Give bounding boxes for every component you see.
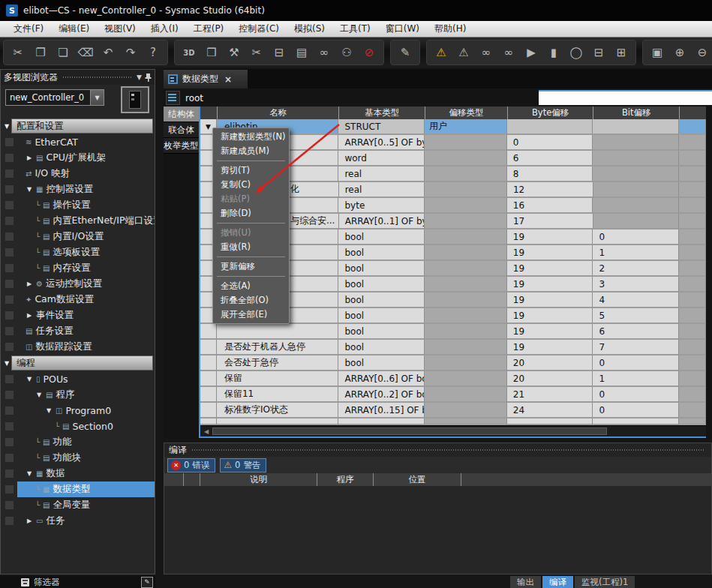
bit-offset-cell[interactable]: 1: [593, 371, 679, 387]
menu-item-0[interactable]: 文件(F): [8, 21, 53, 37]
menu-item-5[interactable]: 控制器(C): [233, 21, 288, 37]
sidebar-item-motion-control-setup[interactable]: ▶⚙运动控制设置: [1, 276, 155, 292]
menu-item-8[interactable]: 窗口(W): [380, 21, 428, 37]
extra-cell[interactable]: [679, 261, 706, 277]
sidebar-item-function-blocks[interactable]: └▤功能块: [1, 450, 155, 466]
bit-offset-cell[interactable]: 2: [593, 261, 679, 277]
bit-offset-cell[interactable]: 1: [593, 245, 679, 261]
sidebar-item-operation-settings[interactable]: └▤操作设置: [1, 197, 155, 213]
zoom-out-icon[interactable]: ⊖: [692, 43, 712, 62]
base-type-cell[interactable]: ARRAY[0..1] OF byte: [339, 214, 425, 230]
sidebar-item-cam-data-settings[interactable]: ✦Cam数据设置: [1, 292, 155, 308]
expand-icon[interactable]: ▼: [35, 392, 43, 398]
menu-item-7[interactable]: 工具(T): [334, 21, 380, 37]
category-tab-1[interactable]: 联合体: [164, 122, 199, 138]
extra-cell[interactable]: [679, 292, 706, 308]
extra-cell[interactable]: [679, 371, 706, 387]
run-icon[interactable]: ▶: [521, 43, 541, 62]
tree-section-programming[interactable]: ▼编程: [1, 356, 155, 370]
filter-edit-icon[interactable]: ✎: [141, 577, 153, 588]
sidebar-item-controller-setup[interactable]: ▼▦控制器设置: [1, 182, 155, 197]
offset-type-cell[interactable]: [425, 230, 507, 245]
scroll-left-icon[interactable]: ◀: [200, 427, 212, 436]
extra-cell[interactable]: [679, 403, 706, 418]
table-row[interactable]: 标准数字IO状态ARRAY[0..15] OF bool240: [200, 403, 706, 418]
extra-cell[interactable]: [679, 135, 706, 151]
sidebar-item-cpu-expansion-rack[interactable]: ▶▤CPU/扩展机架: [1, 150, 155, 166]
menu-item-1[interactable]: 编辑(E): [53, 21, 98, 37]
expand-icon[interactable]: ▼: [2, 123, 11, 130]
undo-icon[interactable]: ↶: [98, 43, 118, 62]
sidebar-item-event-settings[interactable]: ▶事件设置: [1, 308, 155, 323]
copy-icon[interactable]: ❐: [31, 43, 50, 62]
expand-icon[interactable]: ▼: [26, 470, 33, 477]
menu-item-9[interactable]: 帮助(H): [428, 21, 475, 37]
base-type-cell[interactable]: byte: [338, 198, 425, 214]
byte-offset-cell[interactable]: 19: [507, 245, 593, 261]
table-row[interactable]: 保留11ARRAY[0..2] OF bool210: [200, 387, 706, 403]
sidebar-item-data[interactable]: ▼▦数据: [1, 466, 155, 482]
prune-cut-icon[interactable]: ✂: [247, 43, 266, 62]
sidebar-item-data-trace-settings[interactable]: ◫数据跟踪设置: [1, 339, 155, 355]
extra-cell[interactable]: [679, 230, 706, 245]
expand-icon[interactable]: ▼: [26, 376, 33, 382]
offset-type-cell[interactable]: [425, 261, 507, 277]
bit-offset-cell[interactable]: [593, 198, 679, 214]
abort-icon[interactable]: ⊘: [359, 43, 379, 62]
byte-offset-cell[interactable]: 19: [507, 277, 593, 292]
context-menu-collapse-all[interactable]: 折叠全部(O): [213, 293, 289, 308]
bottom-tab-2[interactable]: 监视(工程)1: [575, 576, 635, 588]
sidebar-item-ethercat[interactable]: ≋EtherCAT: [1, 134, 155, 150]
redo-icon[interactable]: ↷: [121, 43, 140, 62]
extra-cell[interactable]: [679, 277, 706, 292]
extra-cell[interactable]: [679, 151, 706, 166]
base-type-cell[interactable]: bool: [338, 308, 425, 324]
offset-type-cell[interactable]: [425, 151, 507, 166]
expand-cell[interactable]: [200, 371, 217, 387]
expand-cell[interactable]: [200, 340, 217, 356]
controller-selector[interactable]: new_Controller_0 ▼: [5, 89, 104, 106]
expand-icon[interactable]: ▶: [26, 518, 33, 524]
context-menu-redo[interactable]: 重做(R): [213, 240, 289, 254]
byte-offset-cell[interactable]: 17: [507, 214, 593, 230]
window-layout-icon[interactable]: ❒: [202, 43, 221, 62]
watch-table-icon[interactable]: ⊟: [269, 43, 289, 62]
edit-mode-icon[interactable]: ✎: [395, 43, 415, 62]
byte-offset-cell[interactable]: 24: [507, 403, 593, 418]
byte-offset-cell[interactable]: 12: [507, 182, 593, 198]
extra-cell[interactable]: [679, 182, 706, 198]
transfer-to-controller-icon[interactable]: ⊟: [589, 43, 608, 62]
variable-table-icon[interactable]: ▤: [292, 43, 311, 62]
expand-icon[interactable]: ▶: [26, 312, 33, 319]
table-row[interactable]: 会否处于急停bool200: [200, 356, 706, 371]
context-menu-expand-all[interactable]: 展开全部(E): [213, 308, 289, 322]
byte-offset-cell[interactable]: 20: [507, 371, 593, 387]
collapse-chevron-icon[interactable]: ▼: [137, 74, 142, 81]
name-cell[interactable]: 保留11: [217, 387, 339, 403]
monitor-off-icon[interactable]: ∞: [499, 43, 518, 62]
rebuild-icon[interactable]: ⚠: [454, 43, 473, 62]
context-menu-delete[interactable]: 删除(D): [213, 206, 289, 220]
expand-icon[interactable]: ▼: [26, 186, 33, 193]
sidebar-item-data-types[interactable]: └▦数据类型: [1, 482, 155, 497]
menu-item-3[interactable]: 插入(I): [145, 21, 188, 37]
extra-cell[interactable]: [679, 356, 706, 371]
menu-item-4[interactable]: 工程(P): [188, 21, 233, 37]
3d-view-icon[interactable]: 3D: [179, 43, 199, 62]
base-type-cell[interactable]: bool: [338, 324, 425, 340]
offset-type-cell[interactable]: [425, 135, 507, 151]
offset-type-cell[interactable]: [425, 245, 507, 261]
stop-icon[interactable]: ▮: [544, 43, 563, 62]
build-check-icon[interactable]: ⚠: [431, 43, 451, 62]
base-type-cell[interactable]: word: [338, 151, 425, 166]
base-type-cell[interactable]: ARRAY[0..6] OF bool: [338, 371, 425, 387]
extra-cell[interactable]: [679, 387, 706, 403]
table-row[interactable]: bool196: [200, 324, 706, 340]
sidebar-item-task-settings[interactable]: ▤任务设置: [1, 323, 155, 339]
category-tab-0[interactable]: 结构体: [164, 106, 199, 122]
byte-offset-cell[interactable]: 19: [507, 324, 593, 340]
tree-section-configurations-and-setup[interactable]: ▼配置和设置: [1, 118, 155, 134]
base-type-cell[interactable]: bool: [338, 230, 425, 245]
byte-offset-cell[interactable]: 8: [507, 166, 593, 182]
warning-count-badge[interactable]: ⚠ 0 警告: [220, 458, 266, 472]
